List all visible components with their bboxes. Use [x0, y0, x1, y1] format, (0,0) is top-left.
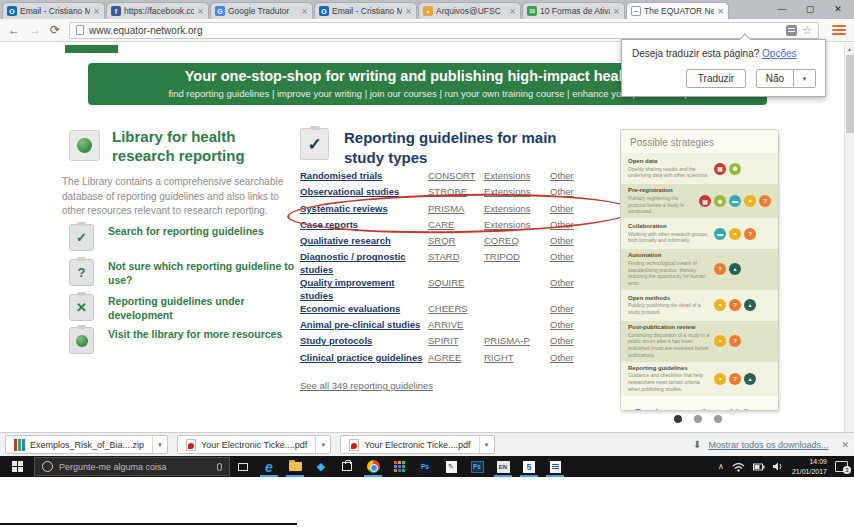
taskbar-word-button[interactable] [542, 456, 568, 477]
guideline-link[interactable]: SQUIRE [428, 277, 484, 288]
extensions-link[interactable]: Extensions [484, 203, 550, 214]
guideline-link[interactable]: SRQR [428, 235, 484, 246]
carousel-dot-3[interactable] [714, 415, 722, 423]
download-dropdown-icon[interactable]: ▼ [315, 436, 330, 453]
taskbar-endnote-button[interactable]: EN [490, 456, 516, 477]
tab-email-2[interactable]: Email - Cristiano Mir [314, 2, 417, 19]
task-view-button[interactable] [230, 456, 256, 477]
extensions-link[interactable]: Extensions [484, 170, 550, 181]
tab-close-icon[interactable] [405, 7, 412, 16]
guideline-link[interactable]: PRISMA [428, 203, 484, 214]
tab-close-icon[interactable] [197, 7, 204, 16]
tab-google-tradutor[interactable]: Google Tradutor [210, 2, 313, 19]
guideline-link[interactable]: ARRIVE [428, 319, 484, 330]
tab-close-icon[interactable] [717, 7, 724, 16]
tab-close-icon[interactable] [301, 7, 308, 16]
downloads-bar-close-icon[interactable]: ✕ [841, 440, 849, 450]
guideline-link[interactable]: AGREE [428, 352, 484, 363]
extensions-link[interactable]: Extensions [484, 186, 550, 197]
forward-button[interactable]: → [29, 24, 41, 36]
guideline-link[interactable]: STROBE [428, 186, 484, 197]
guideline-link[interactable]: CARE [428, 219, 484, 230]
other-link[interactable]: Other [550, 319, 590, 330]
tab-email-1[interactable]: Email - Cristiano Mir [2, 2, 105, 19]
battery-icon[interactable] [753, 463, 765, 471]
taskbar-store-button[interactable] [334, 456, 360, 477]
extensions-link[interactable]: Extensions [484, 219, 550, 230]
other-link[interactable]: Other [550, 335, 590, 346]
bookmark-star-icon[interactable]: ☆ [802, 25, 812, 36]
taskbar-photoshop2-button[interactable]: Ps [464, 456, 490, 477]
carousel-dot-2[interactable] [694, 415, 702, 423]
maximize-button[interactable]: ▢ [796, 4, 824, 14]
study-link[interactable]: Qualitative research [300, 235, 428, 248]
download-item-pdf-2[interactable]: Your Electronic Ticke....pdf ▼ [340, 435, 494, 454]
scrollbar-thumb[interactable] [846, 55, 854, 133]
options-link[interactable]: Opções [762, 48, 796, 59]
sidebar-item-under-development[interactable]: ✕ Reporting guidelines under development [69, 294, 299, 322]
guideline-link[interactable]: TRIPOD [484, 251, 550, 262]
study-link[interactable]: Animal pre-clinical studies [300, 319, 428, 332]
study-link[interactable]: Economic evaluations [300, 303, 428, 316]
sidebar-item-visit-library[interactable]: Visit the library for more resources [69, 327, 299, 354]
no-button[interactable]: Não [756, 69, 794, 88]
other-link[interactable]: Other [550, 235, 590, 246]
other-link[interactable]: Other [550, 186, 590, 197]
download-item-zip[interactable]: Exemplos_Risk_of_Bia....zip ▼ [5, 435, 168, 454]
chrome-menu-icon[interactable] [832, 25, 846, 35]
sidebar-item-search-guidelines[interactable]: ✓ Search for reporting guidelines [69, 224, 299, 251]
other-link[interactable]: Other [550, 352, 590, 363]
wifi-icon[interactable] [732, 462, 745, 472]
guideline-link[interactable]: PRISMA-P [484, 335, 550, 346]
taskbar-edge-button[interactable]: e [256, 456, 282, 477]
other-link[interactable]: Other [550, 170, 590, 181]
taskbar-file-explorer-button[interactable] [282, 456, 308, 477]
funders-link[interactable]: Funders: reporting guidelines key for re… [621, 396, 778, 411]
tab-close-icon[interactable] [613, 7, 620, 16]
taskbar-office-button[interactable] [386, 456, 412, 477]
guideline-link[interactable]: RIGHT [484, 352, 550, 363]
study-link[interactable]: Quality improvement studies [300, 277, 428, 303]
translate-button[interactable]: Traduzir [686, 69, 746, 88]
download-dropdown-icon[interactable]: ▼ [152, 436, 167, 453]
carousel-dot-1[interactable] [674, 415, 682, 423]
study-link[interactable]: Clinical practice guidelines [300, 352, 428, 365]
tab-arquivos-ufsc[interactable]: Arquivos@UFSC [418, 2, 521, 19]
see-all-link[interactable]: See all 349 reporting guidelines [300, 380, 433, 391]
other-link[interactable]: Other [550, 303, 590, 314]
tab-facebook[interactable]: https://facebook.con [106, 2, 209, 19]
start-button[interactable] [0, 456, 34, 477]
study-link[interactable]: Study protocols [300, 335, 428, 348]
other-link[interactable]: Other [550, 277, 590, 288]
minimize-button[interactable]: — [768, 4, 796, 14]
address-bar[interactable]: www.equator-network.org ☆ [69, 22, 819, 39]
tab-close-icon[interactable] [93, 7, 100, 16]
study-link[interactable]: Randomised trials [300, 170, 428, 183]
sidebar-item-not-sure[interactable]: ? Not sure which reporting guideline to … [69, 259, 299, 287]
study-link[interactable]: Systematic reviews [300, 203, 428, 216]
other-link[interactable]: Other [550, 219, 590, 230]
taskbar-five-app-button[interactable]: 5 [516, 456, 542, 477]
study-link[interactable]: Diagnostic / prognostic studies [300, 251, 428, 277]
microphone-icon[interactable] [217, 463, 222, 471]
other-link[interactable]: Other [550, 251, 590, 262]
study-link[interactable]: Observational studies [300, 186, 428, 199]
guideline-link[interactable]: STARD [428, 251, 484, 262]
taskbar-document-app-button[interactable]: ✎ [438, 456, 464, 477]
notification-center-icon[interactable]: 3 [835, 461, 848, 472]
url-text[interactable]: www.equator-network.org [89, 25, 202, 36]
tray-chevron-icon[interactable]: ∧ [718, 462, 724, 471]
download-dropdown-icon[interactable]: ▼ [479, 436, 494, 453]
guideline-link[interactable]: CHEERS [428, 303, 484, 314]
download-item-pdf-1[interactable]: Your Electronic Ticke....pdf ▼ [177, 435, 331, 454]
study-link[interactable]: Case reports [300, 219, 428, 232]
taskbar-clock[interactable]: 14:09 21/01/2017 [792, 457, 827, 476]
volume-icon[interactable] [773, 462, 784, 471]
reload-button[interactable]: ⟳ [50, 24, 60, 36]
taskbar-chrome-button[interactable] [360, 456, 386, 477]
show-all-downloads-link[interactable]: Mostrar todos os downloads... [708, 440, 828, 450]
translate-icon[interactable] [786, 25, 797, 36]
taskbar-kodi-button[interactable]: ◆ [308, 456, 334, 477]
tab-10-formas[interactable]: 10 Formas de Ativar [522, 2, 625, 19]
guideline-link[interactable]: COREQ [484, 235, 550, 246]
